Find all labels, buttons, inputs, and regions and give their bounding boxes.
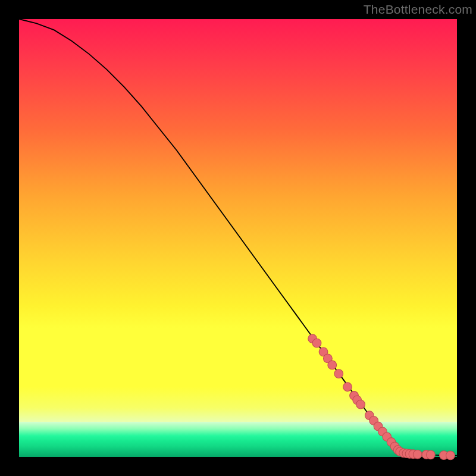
curve-group	[19, 19, 457, 456]
watermark-text: TheBottleneck.com	[364, 2, 472, 17]
data-point	[426, 450, 435, 459]
data-point	[328, 361, 337, 369]
data-point	[413, 450, 422, 459]
data-point	[356, 400, 365, 409]
data-point	[343, 383, 352, 392]
plot-area	[19, 19, 457, 457]
chart-svg	[19, 19, 457, 457]
chart-frame: TheBottleneck.com	[0, 0, 476, 476]
bottleneck-curve	[19, 19, 457, 456]
data-point	[334, 369, 343, 378]
data-point	[312, 339, 321, 347]
marker-group	[308, 334, 455, 460]
data-point	[446, 451, 455, 460]
